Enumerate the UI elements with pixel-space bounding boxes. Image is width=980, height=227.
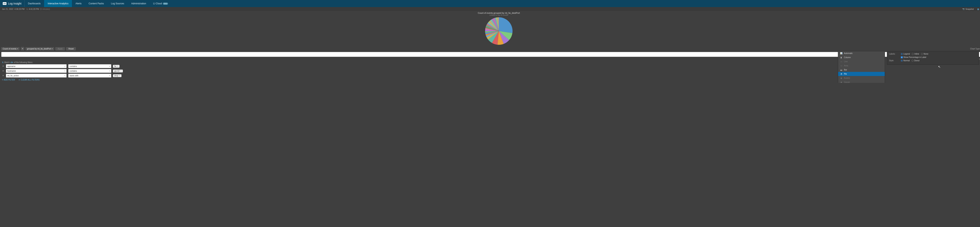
filter-field-select[interactable]: appname▾ — [6, 64, 67, 68]
chart-type-column[interactable]: ▮Column — [838, 55, 885, 59]
search-input[interactable]: ★▾ — [1, 52, 957, 57]
apply-button: Apply — [55, 47, 65, 51]
remove-filter-button[interactable]: ✕ — [2, 70, 4, 72]
style-normal-radio[interactable]: Normal — [901, 59, 910, 62]
bubble-icon: ◉ — [840, 77, 842, 79]
labels-label: Labels: — [889, 53, 899, 55]
chart-type-gauge: ◉Gauge — [838, 80, 885, 83]
tag-remove-icon[interactable]: × — [119, 75, 120, 77]
query-toolbar: Count of events▾ + grouped by mt_fw_dest… — [0, 46, 980, 51]
dashboard-icon: ▦ — [977, 8, 979, 10]
remove-filter-button[interactable]: ✕ — [2, 74, 4, 77]
style-label: Style: — [889, 59, 899, 62]
match-line: ⇅ Match all▾ of the following filters: — [2, 61, 980, 64]
caret-down-icon: ▾ — [52, 48, 52, 50]
filter-operator-select[interactable]: starts with▾ — [68, 74, 111, 78]
area-icon: ▭ — [840, 65, 842, 67]
pie-chart — [485, 17, 512, 45]
pie-icon: ◔ — [840, 73, 842, 75]
chart-subtitle: Limited to top 25 results — [0, 14, 980, 16]
chart-type-line: ▭Line — [838, 59, 885, 64]
labels-legend-radio[interactable]: Legend — [901, 53, 910, 55]
filter-field-select[interactable]: mt_fw_action▾ — [6, 74, 67, 78]
column-icon: ▮ — [840, 56, 842, 59]
nav-administration[interactable]: Administration — [127, 0, 150, 7]
automatic-icon: 📊 — [840, 52, 842, 54]
chart-title: Count of events grouped by mt_fw_destPor… — [0, 11, 980, 14]
labels-inline-radio[interactable]: Inline — [912, 53, 919, 55]
product-name: Log Insight — [8, 2, 22, 5]
chart-options-panel: Labels: Legend Inline None ✓Show Percent… — [887, 51, 979, 65]
reset-button[interactable]: Reset — [66, 47, 76, 51]
filter-row: ✕hostname▾contains▾gw-02× — [2, 69, 980, 73]
chart-type-automatic[interactable]: 📊Automatic — [838, 51, 885, 55]
chart-type-menu[interactable]: 📊Automatic▮Column▭Line▭Area▬Bar◔Pie◉Bubb… — [838, 51, 885, 83]
nav-interactive-analytics[interactable]: Interactive Analytics — [44, 0, 72, 7]
add-filter-button[interactable]: +ADD FILTER — [2, 79, 15, 81]
timebar-date: Jan 21, 2022 — [2, 8, 13, 10]
filter-field-select[interactable]: hostname▾ — [6, 69, 67, 73]
vm-badge: vm — [3, 2, 6, 5]
nav-dashboards[interactable]: Dashboards — [24, 0, 44, 7]
filter-operator-select[interactable]: contains▾ — [68, 64, 111, 68]
chart-type-area: ▭Area — [838, 64, 885, 68]
chart-area: Count of events grouped by mt_fw_destPor… — [0, 11, 980, 46]
remove-filter-button[interactable]: ✕ — [2, 65, 4, 67]
sort-icon[interactable]: ⇅ — [2, 61, 3, 64]
timebar-to-label: to — [27, 8, 28, 10]
add-metric-button[interactable]: + — [21, 47, 24, 51]
nav-li-cloud[interactable]: LI Cloud New — [150, 0, 172, 7]
filter-row: ✕appname▾contains▾fw× — [2, 64, 980, 68]
pie-slice[interactable] — [499, 17, 512, 33]
nav-log-sources[interactable]: Log Sources — [107, 0, 127, 7]
labels-none-radio[interactable]: None — [921, 53, 928, 55]
top-nav: vm Log Insight Dashboards Interactive An… — [0, 0, 980, 7]
timebar-to: 4:41:20 PM — [29, 8, 39, 10]
match-mode-selector[interactable]: all▾ — [10, 61, 13, 64]
chart-type-bar[interactable]: ▬Bar — [838, 68, 885, 72]
plus-icon: + — [2, 79, 3, 81]
x-icon: ✕ — [18, 79, 20, 81]
snapshot-button[interactable]: 📷 Snapshot — [963, 8, 974, 10]
caret-down-icon: ▾ — [17, 48, 18, 50]
line-icon: ▭ — [840, 61, 842, 62]
count-selector[interactable]: Count of events▾ — [1, 47, 20, 51]
clear-filters-button[interactable]: ✕CLEAR ALL FILTERS — [18, 79, 40, 81]
timebar-duration: (5 minutes) — [40, 8, 50, 10]
filter-value-tag[interactable]: drop× — [113, 74, 121, 77]
camera-icon: 📷 — [963, 8, 965, 10]
filter-area: ⇅ Match all▾ of the following filters: ✕… — [0, 61, 980, 83]
filter-value-tag[interactable]: gw-02× — [113, 70, 123, 72]
bar-icon: ▬ — [840, 69, 842, 71]
filter-operator-select[interactable]: contains▾ — [68, 69, 111, 73]
search-row: ★▾ Custom time range ▾ — [0, 51, 980, 58]
gauge-icon: ◉ — [840, 81, 842, 83]
group-by-selector[interactable]: grouped by mt_fw_destPort▾ — [25, 47, 54, 51]
logo: vm Log Insight — [0, 0, 24, 7]
tag-remove-icon[interactable]: × — [120, 70, 121, 72]
nav-alerts[interactable]: Alerts — [72, 0, 85, 7]
filter-row: ✕mt_fw_action▾starts with▾drop× — [2, 74, 980, 78]
time-caption: Jan 21, 2022 , 16:36:20.083 to — [0, 58, 980, 61]
timebar-from: 4:36:20 PM — [14, 8, 24, 10]
add-to-dashboard-button[interactable]: ▦ Add to Dashboard — [977, 8, 980, 10]
tag-remove-icon[interactable]: × — [117, 65, 118, 67]
time-bar: Jan 21, 2022 4:36:20 PM to 4:41:20 PM (5… — [0, 7, 980, 11]
chart-type-bubble: ◉Bubble — [838, 76, 885, 80]
filter-value-tag[interactable]: fw× — [113, 65, 119, 68]
show-percentage-checkbox[interactable]: ✓Show Percentage in Label — [901, 56, 926, 58]
chart-type-pie[interactable]: ◔Pie — [838, 72, 885, 76]
new-badge: New — [163, 3, 168, 5]
nav-content-packs[interactable]: Content Packs — [85, 0, 107, 7]
style-donut-radio[interactable]: Donut — [912, 59, 920, 62]
chart-type-label: Chart Type — [970, 48, 980, 50]
